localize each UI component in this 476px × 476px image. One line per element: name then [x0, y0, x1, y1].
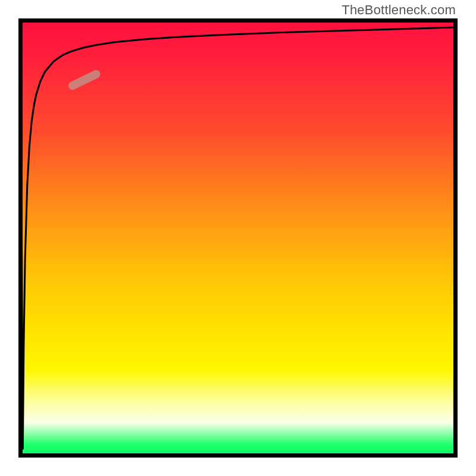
attribution-text: TheBottleneck.com: [342, 2, 456, 18]
chart-container: TheBottleneck.com: [0, 0, 476, 476]
gradient-background: [18, 18, 458, 458]
plot-area: [18, 18, 458, 458]
